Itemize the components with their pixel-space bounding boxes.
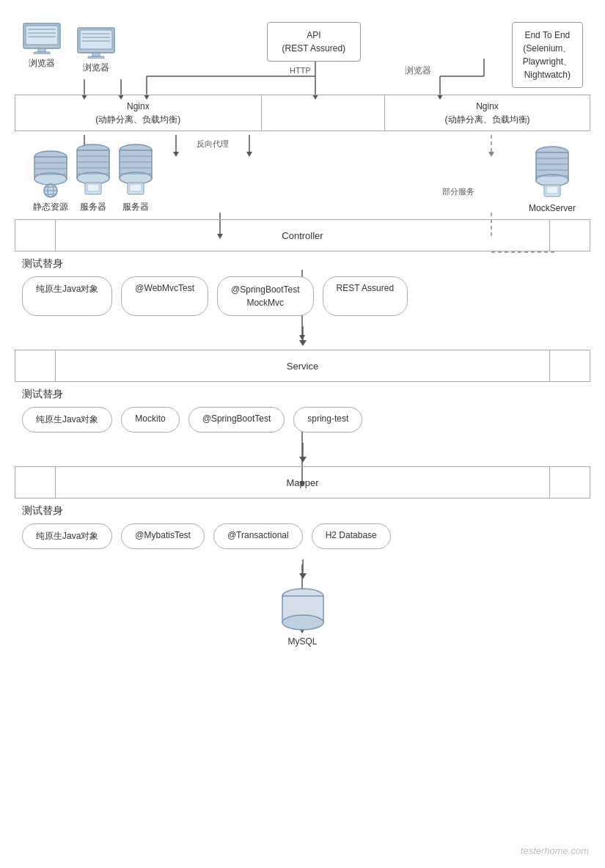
server-2-label: 服务器 [122, 201, 149, 213]
nginx-right-block: Nginx (动静分离、负载均衡) [384, 95, 590, 130]
mockserver-label: MockServer [529, 203, 576, 213]
test-card-m3: @Transactional [213, 523, 303, 549]
test-card-c2: @WebMvcTest [121, 276, 208, 316]
test-sub-label-2: 测试替身 [22, 388, 583, 401]
server-2: 服务器 [114, 143, 157, 213]
nginx-middle-space [262, 95, 384, 130]
browser-label-left2: 浏览器 [83, 62, 109, 74]
test-card-s4: spring-test [293, 407, 362, 433]
mapper-row: Mapper [15, 466, 590, 499]
svg-rect-48 [88, 56, 104, 59]
test-sub-1: 测试替身 纯原生Java对象 @WebMvcTest @SpringBootTe… [7, 251, 598, 322]
diagram-container: 浏览器 浏览器 API [0, 0, 605, 868]
arrow-to-mysql [296, 559, 310, 581]
test-card-c4: REST Assured [323, 276, 408, 316]
static-resource-label: 静态资源 [33, 201, 68, 213]
svg-rect-47 [92, 53, 100, 56]
end-to-end-box: End To End (Selenium、 Playwright、 Nightw… [512, 22, 583, 88]
svg-rect-86 [546, 186, 558, 194]
server-1: 服务器 [72, 143, 114, 213]
controller-row: Controller [15, 219, 590, 251]
api-box: API (REST Assured) [267, 22, 361, 62]
svg-rect-43 [80, 30, 112, 49]
svg-marker-92 [299, 573, 307, 579]
test-card-c3: @SpringBootTestMockMvc [217, 276, 314, 316]
test-sub-3: 测试替身 纯原生Java对象 @MybatisTest @Transaction… [7, 499, 598, 555]
test-card-s3: @SpringBootTest [188, 407, 285, 433]
svg-marker-90 [299, 457, 307, 463]
browser-left-1: 浏览器 [22, 22, 62, 70]
mysql-label: MySQL [287, 636, 317, 647]
test-card-m1: 纯原生Java对象 [22, 523, 112, 549]
test-card-s1: 纯原生Java对象 [22, 407, 112, 433]
browser-left-2: 浏览器 [76, 26, 116, 74]
mysql-db: MySQL [277, 586, 329, 647]
test-card-m2: @MybatisTest [121, 523, 205, 549]
svg-rect-68 [87, 184, 99, 191]
watermark: testerhome.com [521, 845, 589, 856]
mockserver: MockServer [529, 145, 576, 213]
nginx-left-block: Nginx (动静分离、负载均衡) [15, 95, 262, 130]
test-card-c1: 纯原生Java对象 [22, 276, 112, 316]
svg-rect-36 [26, 26, 58, 45]
svg-rect-40 [38, 48, 45, 52]
server-1-label: 服务器 [80, 201, 106, 213]
diagram-wrapper: 浏览器 反向代理 部分服务 HTTP [0, 0, 605, 868]
service-row: Service [15, 350, 590, 382]
arrow-to-mapper [296, 443, 310, 465]
test-card-m4: H2 Database [312, 523, 391, 549]
svg-point-95 [282, 615, 323, 630]
static-resource: 静态资源 [29, 148, 72, 213]
arrow-to-service [296, 326, 310, 348]
test-sub-label-1: 测试替身 [22, 257, 583, 271]
test-sub-label-3: 测试替身 [22, 504, 583, 518]
svg-rect-41 [34, 52, 50, 54]
browser-label-left1: 浏览器 [29, 57, 55, 70]
test-card-s2: Mockito [121, 407, 179, 433]
svg-marker-88 [299, 340, 307, 346]
svg-rect-77 [130, 184, 142, 191]
test-sub-2: 测试替身 纯原生Java对象 Mockito @SpringBootTest s… [7, 382, 598, 438]
